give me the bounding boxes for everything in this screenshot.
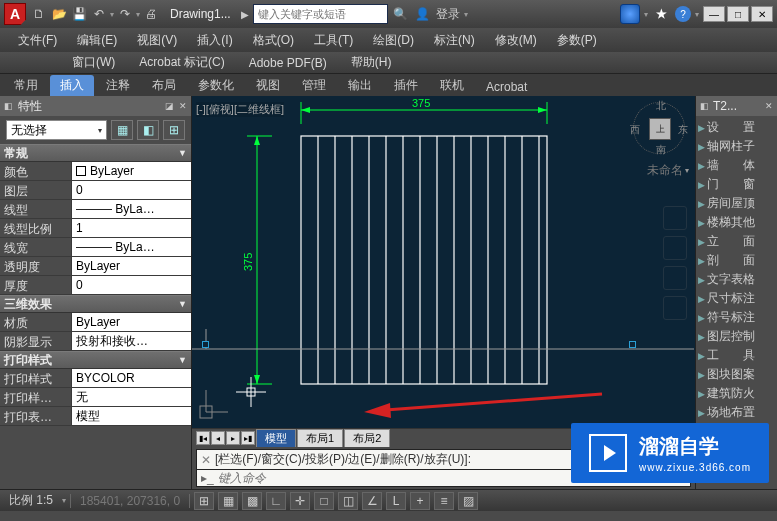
undo-icon[interactable]: ↶: [90, 5, 108, 23]
toggle-pickadd-icon[interactable]: ⊞: [163, 120, 185, 140]
quick-select-icon[interactable]: ▦: [111, 120, 133, 140]
grip-right[interactable]: [629, 341, 636, 348]
menu-item[interactable]: Adobe PDF(B): [237, 52, 339, 73]
property-value[interactable]: 无: [72, 388, 191, 406]
menu-item[interactable]: 帮助(H): [339, 52, 404, 73]
transparency-icon[interactable]: ▨: [458, 492, 478, 510]
redo-icon[interactable]: ↷: [116, 5, 134, 23]
property-row[interactable]: 透明度ByLayer: [0, 257, 191, 276]
palette-item[interactable]: ▶图层控制: [696, 327, 777, 346]
property-row[interactable]: 打印样…无: [0, 388, 191, 407]
menu-item[interactable]: Acrobat 标记(C): [127, 52, 236, 73]
cmd-close-icon[interactable]: ✕: [201, 453, 211, 467]
property-row[interactable]: 打印样式BYCOLOR: [0, 369, 191, 388]
collapse-icon[interactable]: ◧: [2, 100, 14, 112]
exchange-icon[interactable]: [620, 4, 640, 24]
layout-tab[interactable]: 布局2: [344, 429, 390, 448]
maximize-button[interactable]: □: [727, 6, 749, 22]
menu-item[interactable]: 格式(O): [243, 28, 304, 52]
help-search-input[interactable]: [258, 8, 383, 20]
property-value[interactable]: 0: [72, 276, 191, 294]
property-value[interactable]: ByLayer: [72, 313, 191, 331]
property-row[interactable]: 线型比例1: [0, 219, 191, 238]
snap-mode-icon[interactable]: ▦: [218, 492, 238, 510]
palette-item[interactable]: ▶门 窗: [696, 175, 777, 194]
property-row[interactable]: 材质ByLayer: [0, 313, 191, 332]
property-value[interactable]: ByLayer: [72, 257, 191, 275]
ribbon-tab[interactable]: 参数化: [188, 75, 244, 96]
otrack-icon[interactable]: ∠: [362, 492, 382, 510]
palette-item[interactable]: ▶轴网柱子: [696, 137, 777, 156]
property-value[interactable]: BYCOLOR: [72, 369, 191, 387]
property-value[interactable]: ——— ByLa…: [72, 238, 191, 256]
palette-item[interactable]: ▶墙 体: [696, 156, 777, 175]
palette-item[interactable]: ▶图块图案: [696, 365, 777, 384]
palette-item[interactable]: ▶建筑防火: [696, 384, 777, 403]
ribbon-tab[interactable]: 输出: [338, 75, 382, 96]
menu-item[interactable]: 文件(F): [8, 28, 67, 52]
property-row[interactable]: 图层0: [0, 181, 191, 200]
menu-item[interactable]: 视图(V): [127, 28, 187, 52]
layout-tab[interactable]: 布局1: [297, 429, 343, 448]
minimize-button[interactable]: —: [703, 6, 725, 22]
tab-next-icon[interactable]: ▸: [226, 431, 240, 445]
menu-item[interactable]: 工具(T): [304, 28, 363, 52]
property-category[interactable]: 打印样式▼: [0, 351, 191, 369]
palette-item[interactable]: ▶尺寸标注: [696, 289, 777, 308]
star-icon[interactable]: ★: [656, 7, 667, 21]
property-value[interactable]: 投射和接收…: [72, 332, 191, 350]
menu-item[interactable]: 修改(M): [485, 28, 547, 52]
help-search[interactable]: [253, 4, 388, 24]
3d-osnap-icon[interactable]: ◫: [338, 492, 358, 510]
property-row[interactable]: 打印表…模型: [0, 407, 191, 426]
help-icon[interactable]: ?: [675, 6, 691, 22]
ribbon-tab[interactable]: 联机: [430, 75, 474, 96]
property-row[interactable]: 厚度0: [0, 276, 191, 295]
polar-tracking-icon[interactable]: ✛: [290, 492, 310, 510]
menu-item[interactable]: 编辑(E): [67, 28, 127, 52]
property-value[interactable]: 1: [72, 219, 191, 237]
select-objects-icon[interactable]: ◧: [137, 120, 159, 140]
palette-item[interactable]: ▶场地布置: [696, 403, 777, 422]
ribbon-tab[interactable]: 视图: [246, 75, 290, 96]
panel-options-icon[interactable]: ◪: [163, 100, 175, 112]
palette-item[interactable]: ▶设 置: [696, 118, 777, 137]
palette-item[interactable]: ▶剖 面: [696, 251, 777, 270]
print-icon[interactable]: 🖨: [142, 5, 160, 23]
property-value[interactable]: 模型: [72, 407, 191, 425]
tab-prev-icon[interactable]: ◂: [211, 431, 225, 445]
osnap-icon[interactable]: □: [314, 492, 334, 510]
property-value[interactable]: ByLayer: [72, 162, 191, 180]
login-link[interactable]: 登录: [436, 6, 460, 23]
lineweight-icon[interactable]: ≡: [434, 492, 454, 510]
menu-item[interactable]: 窗口(W): [60, 52, 127, 73]
property-row[interactable]: 线型——— ByLa…: [0, 200, 191, 219]
close-button[interactable]: ✕: [751, 6, 773, 22]
login-dropdown-icon[interactable]: ▾: [464, 10, 468, 19]
tab-first-icon[interactable]: ▮◂: [196, 431, 210, 445]
palette-item[interactable]: ▶文字表格: [696, 270, 777, 289]
drawing-canvas[interactable]: [-][俯视][二维线框] 北 南 东 西 上 未命名▾: [192, 96, 695, 429]
grip-left[interactable]: [202, 341, 209, 348]
ribbon-tab[interactable]: 管理: [292, 75, 336, 96]
menu-item[interactable]: 参数(P): [547, 28, 607, 52]
dyn-input-icon[interactable]: +: [410, 492, 430, 510]
property-value[interactable]: ——— ByLa…: [72, 200, 191, 218]
ducs-icon[interactable]: L: [386, 492, 406, 510]
ribbon-tab[interactable]: 插入: [50, 75, 94, 96]
ribbon-tab[interactable]: 注释: [96, 75, 140, 96]
selection-combo[interactable]: 无选择 ▾: [6, 120, 107, 140]
property-category[interactable]: 常规▼: [0, 144, 191, 162]
save-icon[interactable]: 💾: [70, 5, 88, 23]
palette-item[interactable]: ▶房间屋顶: [696, 194, 777, 213]
ribbon-tab[interactable]: 常用: [4, 75, 48, 96]
palette-item[interactable]: ▶楼梯其他: [696, 213, 777, 232]
layout-tab[interactable]: 模型: [256, 429, 296, 448]
open-icon[interactable]: 📂: [50, 5, 68, 23]
palette-item[interactable]: ▶符号标注: [696, 308, 777, 327]
ortho-mode-icon[interactable]: ∟: [266, 492, 286, 510]
infer-constraints-icon[interactable]: ⊞: [194, 492, 214, 510]
palette-item[interactable]: ▶立 面: [696, 232, 777, 251]
status-scale[interactable]: 比例 1:5: [4, 493, 58, 509]
ribbon-tab[interactable]: 插件: [384, 75, 428, 96]
